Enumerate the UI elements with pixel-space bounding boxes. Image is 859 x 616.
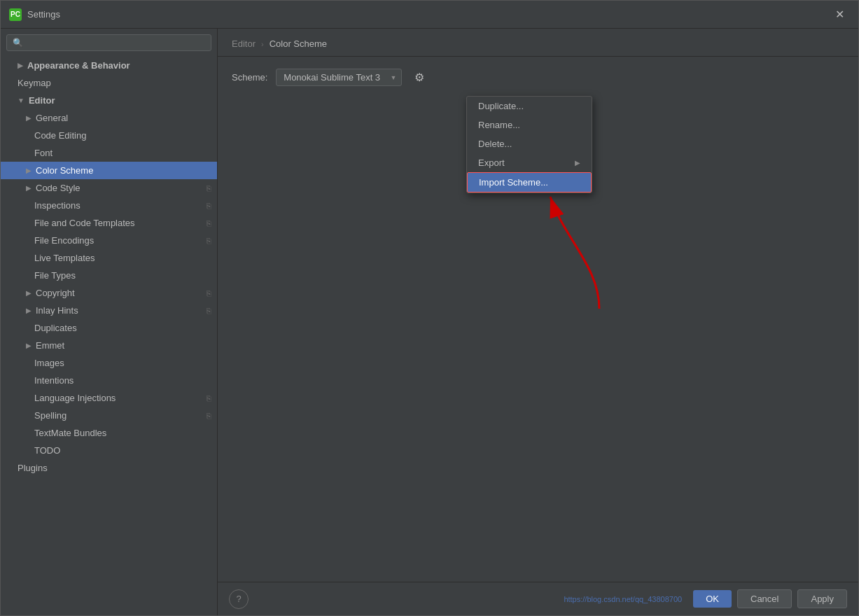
copy-icon: ⎘ [207,184,211,192]
dropdown-item-label: Export [478,158,505,168]
copy-icon: ⎘ [207,394,211,402]
sidebar-item-live-templates[interactable]: Live Templates [1,249,217,267]
dropdown-item-import[interactable]: Import Scheme... [467,172,592,192]
sidebar-item-label: Language Injections [34,393,204,403]
sidebar-item-label: TextMate Bundles [34,428,211,438]
chevron-right-icon: ▶ [18,62,23,69]
sidebar-item-emmet[interactable]: ▶ Emmet [1,337,217,354]
chevron-right-icon: ▶ [26,114,32,122]
dropdown-item-label: Duplicate... [478,101,524,111]
window-title: Settings [27,9,60,20]
sidebar: 🔍 ▶ Appearance & Behavior Keymap ▼ Edito… [1,29,218,615]
sidebar-item-duplicates[interactable]: Duplicates [1,319,217,337]
dropdown-item-export[interactable]: Export ▶ [467,153,592,172]
dropdown-item-duplicate[interactable]: Duplicate... [467,97,592,115]
sidebar-item-label: Color Scheme [36,165,211,176]
breadcrumb-separator: › [261,40,264,48]
sidebar-item-textmate-bundles[interactable]: TextMate Bundles [1,424,217,442]
sidebar-item-label: Spelling [34,410,204,421]
scheme-select[interactable]: Monokai Sublime Text 3DarculaHigh contra… [276,69,402,86]
main-content: Editor › Color Scheme Scheme: Monokai Su… [218,29,858,615]
dropdown-item-delete[interactable]: Delete... [467,134,592,153]
chevron-down-icon: ▼ [18,97,25,104]
sidebar-item-color-scheme[interactable]: ▶ Color Scheme [1,162,217,179]
main-body: Scheme: Monokai Sublime Text 3DarculaHig… [218,57,858,582]
scheme-label: Scheme: [232,72,267,83]
dropdown-item-label: Delete... [478,139,512,149]
dropdown-item-label: Import Scheme... [479,177,548,188]
close-button[interactable]: ✕ [830,5,850,24]
dropdown-item-label: Rename... [478,120,520,130]
sidebar-item-label: File and Code Templates [34,218,204,228]
sidebar-item-label: Appearance & Behavior [27,60,211,71]
copy-icon: ⎘ [207,289,211,298]
scheme-row: Scheme: Monokai Sublime Text 3DarculaHig… [232,68,844,87]
sidebar-item-code-style[interactable]: ▶ Code Style ⎘ [1,179,217,197]
sidebar-item-editor[interactable]: ▼ Editor [1,92,217,109]
settings-window: PC Settings ✕ 🔍 ▶ Appearance & Behavior … [0,0,859,616]
sidebar-item-label: Font [34,148,211,158]
chevron-right-icon: ▶ [26,307,32,314]
chevron-right-icon: ▶ [26,184,32,192]
breadcrumb-parent: Editor [232,38,256,49]
sidebar-item-file-code-templates[interactable]: File and Code Templates ⎘ [1,214,217,232]
sidebar-item-label: Images [34,358,211,368]
gear-button[interactable]: ⚙ [410,68,428,87]
sidebar-item-file-encodings[interactable]: File Encodings ⎘ [1,232,217,249]
apply-button[interactable]: Apply [797,589,847,608]
search-icon: 🔍 [13,38,23,48]
sidebar-item-label: Code Editing [34,130,211,141]
sidebar-item-appearance[interactable]: ▶ Appearance & Behavior [1,57,217,74]
sidebar-item-code-editing[interactable]: Code Editing [1,127,217,144]
sidebar-item-todo[interactable]: TODO [1,442,217,459]
app-icon: PC [9,8,22,21]
copy-icon: ⎘ [207,307,211,315]
sidebar-item-language-injections[interactable]: Language Injections ⎘ [1,389,217,407]
cancel-button[interactable]: Cancel [737,589,792,608]
help-button[interactable]: ? [229,589,249,609]
sidebar-item-keymap[interactable]: Keymap [1,74,217,92]
content-area: 🔍 ▶ Appearance & Behavior Keymap ▼ Edito… [1,29,858,615]
scheme-select-wrapper: Monokai Sublime Text 3DarculaHigh contra… [276,69,402,86]
copy-icon: ⎘ [207,412,211,420]
sidebar-item-plugins[interactable]: Plugins [1,459,217,477]
sidebar-item-label: Inspections [34,200,204,211]
sidebar-item-spelling[interactable]: Spelling ⎘ [1,407,217,424]
sidebar-item-copyright[interactable]: ▶ Copyright ⎘ [1,284,217,302]
title-bar: PC Settings ✕ [1,1,858,29]
sidebar-item-label: TODO [34,445,211,456]
chevron-right-icon: ▶ [26,167,32,174]
sidebar-item-label: Live Templates [34,253,211,263]
copy-icon: ⎘ [207,219,211,227]
submenu-arrow-icon: ▶ [575,159,580,167]
search-input[interactable] [27,38,205,48]
sidebar-item-label: Plugins [18,463,211,473]
watermark-text: https://blog.csdn.net/qq_43808700 [564,595,682,603]
sidebar-item-inlay-hints[interactable]: ▶ Inlay Hints ⎘ [1,302,217,319]
sidebar-item-file-types[interactable]: File Types [1,267,217,284]
search-box: 🔍 [6,34,211,51]
chevron-right-icon: ▶ [26,342,32,349]
bottom-bar: ? https://blog.csdn.net/qq_43808700 OK C… [218,582,858,615]
ok-button[interactable]: OK [693,590,732,608]
sidebar-item-images[interactable]: Images [1,354,217,372]
sidebar-item-label: File Encodings [34,235,204,246]
dropdown-menu: Duplicate... Rename... Delete... Export … [466,96,592,193]
sidebar-item-label: Duplicates [34,323,211,333]
sidebar-item-label: File Types [34,270,211,281]
sidebar-item-font[interactable]: Font [1,144,217,162]
sidebar-item-general[interactable]: ▶ General [1,109,217,127]
copy-icon: ⎘ [207,202,211,210]
sidebar-item-label: Inlay Hints [36,305,204,316]
breadcrumb-current: Color Scheme [270,38,327,49]
sidebar-item-label: Intentions [34,375,211,386]
sidebar-item-label: Code Style [36,183,204,193]
breadcrumb: Editor › Color Scheme [218,29,858,57]
sidebar-item-label: Editor [29,95,211,106]
dropdown-item-rename[interactable]: Rename... [467,115,592,134]
sidebar-item-label: General [36,113,211,123]
sidebar-item-label: Copyright [36,288,204,298]
sidebar-item-intentions[interactable]: Intentions [1,372,217,389]
chevron-right-icon: ▶ [26,289,32,297]
sidebar-item-inspections[interactable]: Inspections ⎘ [1,197,217,214]
